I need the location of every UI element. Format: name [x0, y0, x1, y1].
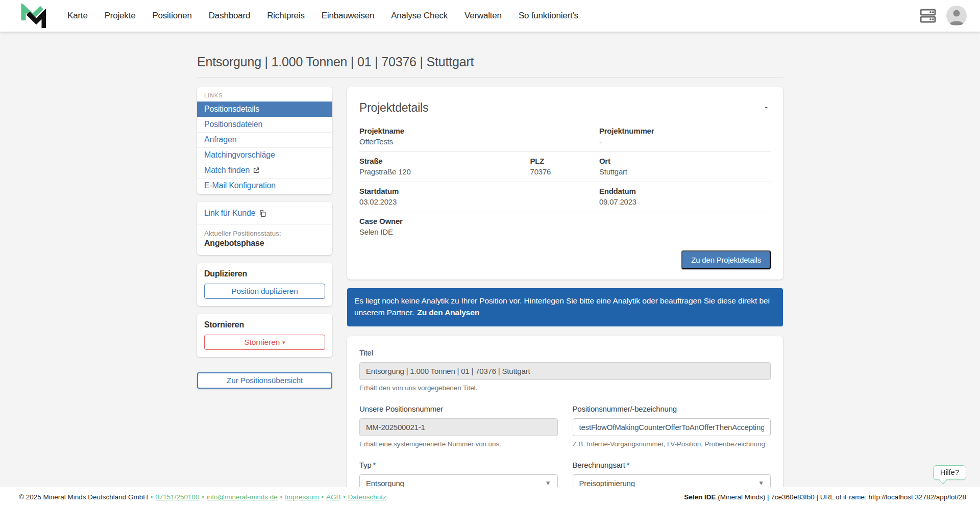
- field-value: 03.02.2023: [359, 197, 530, 206]
- email-link[interactable]: info@mineral-minds.de: [207, 493, 278, 501]
- position-status-label: Aktueller Positionsstatus:: [204, 230, 325, 237]
- field-label: Projektname: [359, 126, 530, 135]
- server-status-icon[interactable]: [920, 9, 936, 23]
- separator-dot: •: [344, 494, 346, 501]
- field-value: 70376: [530, 167, 599, 176]
- links-card-header: LINKS: [197, 87, 332, 102]
- copy-icon: [259, 210, 266, 217]
- duplicate-position-button[interactable]: Position duplizieren: [204, 284, 325, 299]
- field-value: Pragstraße 120: [359, 167, 530, 176]
- sidebar-item-label: Positionsdetails: [204, 105, 259, 114]
- duplicate-card: Duplizieren Position duplizieren: [197, 263, 332, 306]
- position-number-helper-text: Z.B. Interne-Vorgangsnummer, LV-Position…: [573, 440, 771, 448]
- dropdown-caret-icon: ▼: [758, 480, 764, 486]
- field-label: Ort: [599, 157, 771, 165]
- main-nav: Karte Projekte Positionen Dashboard Rich…: [67, 11, 578, 21]
- phone-link[interactable]: 07151/250100: [155, 493, 199, 501]
- footer-user-name: Selen IDE: [684, 493, 716, 501]
- sidebar-item-positionsdateien[interactable]: Positionsdateien: [197, 117, 332, 132]
- sidebar-item-matchingvorschlaege[interactable]: Matchingvorschläge: [197, 147, 332, 163]
- project-details-title: Projektdetails: [359, 101, 428, 115]
- sidebar-item-match-finden[interactable]: Match finden: [197, 163, 332, 178]
- table-row: Startdatum 03.02.2023 Enddatum 09.07.202…: [359, 182, 771, 212]
- nav-item-positionen[interactable]: Positionen: [152, 11, 191, 21]
- berechnungsart-label-text: Berechnungsart: [573, 461, 625, 469]
- our-position-number-label: Unsere Positionsnummer: [359, 404, 443, 413]
- cancel-card-title: Stornieren: [204, 320, 325, 329]
- agb-link[interactable]: AGB: [326, 493, 341, 501]
- footer-session-details: (Mineral Minds) | 7ce360e83fb0 | URL of …: [716, 493, 966, 501]
- nav-item-projekte[interactable]: Projekte: [105, 11, 136, 21]
- links-card: LINKS Positionsdetails Positionsdateien …: [197, 87, 332, 194]
- sidebar-item-label: Anfragen: [204, 135, 236, 144]
- separator-dot: •: [151, 494, 153, 501]
- go-to-project-details-button[interactable]: Zu den Projektdetails: [681, 250, 771, 269]
- go-to-analyses-link[interactable]: Zu den Analysen: [417, 308, 479, 317]
- our-position-number-input: [359, 418, 558, 436]
- cancel-position-button[interactable]: Stornieren ▾: [204, 335, 325, 350]
- nav-item-richtpreis[interactable]: Richtpreis: [267, 11, 305, 21]
- project-details-card: Projektdetails - Projektname OfferTests …: [347, 87, 783, 280]
- customer-link[interactable]: Link für Kunde: [204, 209, 325, 218]
- footer: © 2025 Mineral Minds Deutschland GmbH • …: [0, 487, 980, 507]
- table-row: Projektname OfferTests Projektnummer -: [359, 125, 771, 152]
- logo-icon: [19, 4, 46, 28]
- person-icon: [946, 6, 967, 26]
- cancel-button-label: Stornieren: [244, 338, 280, 347]
- analytics-info-banner: Es liegt noch keine Analytik zu Ihrer Po…: [347, 288, 783, 326]
- impressum-link[interactable]: Impressum: [285, 493, 319, 501]
- typ-selected-value: Entsorgung: [366, 479, 404, 488]
- footer-session-info: Selen IDE (Mineral Minds) | 7ce360e83fb0…: [684, 493, 966, 501]
- nav-item-verwalten[interactable]: Verwalten: [464, 11, 502, 21]
- cancel-card: Stornieren Stornieren ▾: [197, 314, 332, 357]
- titel-label: Titel: [359, 348, 373, 357]
- titel-input: [359, 362, 771, 380]
- field-value: Selen IDE: [359, 227, 530, 236]
- position-form-card: Titel Erhält den von uns vorgegebenen Ti…: [347, 336, 783, 507]
- position-overview-button[interactable]: Zur Positionsübersicht: [197, 372, 332, 389]
- datenschutz-link[interactable]: Datenschutz: [348, 493, 386, 501]
- our-position-number-helper-text: Erhält eine systemgenerierte Nummer von …: [359, 440, 558, 448]
- separator-dot: •: [202, 494, 204, 501]
- title-divider: [197, 77, 783, 78]
- field-value: Stuttgart: [599, 167, 771, 176]
- sidebar-item-label: Match finden: [204, 166, 250, 175]
- nav-item-einbauweisen[interactable]: Einbauweisen: [322, 11, 374, 21]
- typ-label-text: Typ: [359, 461, 372, 469]
- footer-company-info: © 2025 Mineral Minds Deutschland GmbH • …: [19, 493, 386, 501]
- nav-item-karte[interactable]: Karte: [67, 11, 88, 21]
- position-number-input[interactable]: [573, 418, 771, 436]
- table-row: Straße Pragstraße 120 PLZ 70376 Ort Stut…: [359, 152, 771, 182]
- nav-item-analyse-check[interactable]: Analyse Check: [391, 11, 448, 21]
- berechnungsart-label: Berechnungsart*: [573, 461, 630, 469]
- collapse-card-button[interactable]: -: [762, 101, 771, 113]
- field-label: Case Owner: [359, 217, 530, 225]
- required-marker: *: [627, 461, 630, 469]
- nav-item-so-funktionierts[interactable]: So funktioniert's: [519, 11, 578, 21]
- external-link-icon: [253, 167, 260, 174]
- page-content: Entsorgung | 1.000 Tonnen | 01 | 70376 |…: [0, 32, 980, 507]
- project-details-table: Projektname OfferTests Projektnummer -: [359, 125, 771, 242]
- header-actions: [920, 6, 967, 26]
- divider: [197, 224, 332, 224]
- mineral-minds-logo[interactable]: [19, 4, 46, 28]
- sidebar-item-email-konfiguration[interactable]: E-Mail Konfiguration: [197, 178, 332, 193]
- field-value: 09.07.2023: [599, 197, 771, 206]
- sidebar-item-anfragen[interactable]: Anfragen: [197, 132, 332, 147]
- customer-link-card: Link für Kunde Aktueller Positionsstatus…: [197, 202, 332, 255]
- user-avatar[interactable]: [946, 6, 967, 26]
- sidebar: LINKS Positionsdetails Positionsdateien …: [197, 87, 332, 389]
- berechnungsart-selected-value: Preisoptimierung: [579, 479, 635, 488]
- top-nav-bar: Karte Projekte Positionen Dashboard Rich…: [0, 0, 980, 32]
- nav-item-dashboard[interactable]: Dashboard: [209, 11, 250, 21]
- dropdown-caret-icon: ▼: [545, 480, 551, 486]
- sidebar-item-positionsdetails[interactable]: Positionsdetails: [197, 102, 332, 117]
- sidebar-item-label: Matchingvorschläge: [204, 150, 275, 160]
- customer-link-label: Link für Kunde: [204, 209, 255, 218]
- field-value: OfferTests: [359, 137, 530, 146]
- field-value: -: [599, 137, 771, 146]
- field-label: Straße: [359, 157, 530, 165]
- position-number-label: Positionsnummer/-bezeichnung: [573, 404, 677, 413]
- help-button[interactable]: Hilfe?: [933, 465, 966, 480]
- caret-down-icon: ▾: [282, 340, 285, 345]
